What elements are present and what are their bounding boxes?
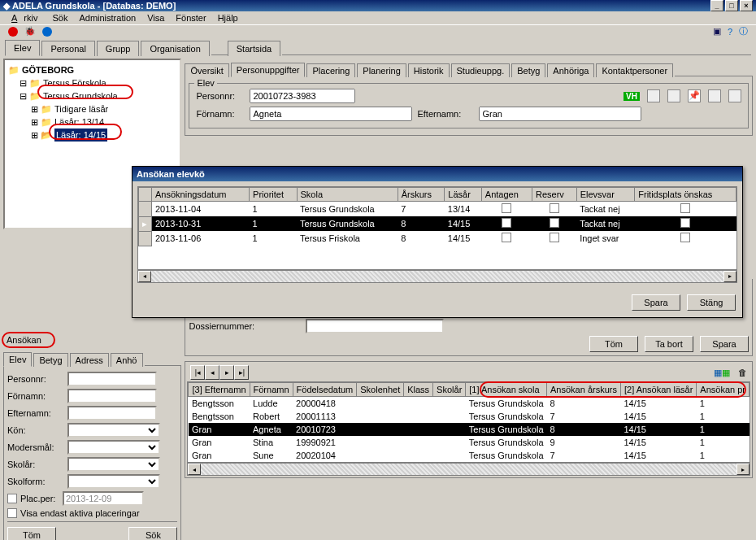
- scroll-left-icon[interactable]: ◂: [188, 464, 201, 475]
- col-alasar[interactable]: [2] Ansökan läsår: [620, 383, 696, 397]
- result-row[interactable]: GranAgneta20010723 Tersus Grundskola814/…: [189, 423, 749, 436]
- col-aarskurs[interactable]: Ansökan årskurs: [547, 383, 621, 397]
- col-aprio[interactable]: Ansökan pr: [697, 383, 749, 397]
- inp-personnr[interactable]: [67, 372, 157, 386]
- mid-tabort[interactable]: Ta bort: [645, 336, 693, 352]
- nav-prev[interactable]: ◂: [205, 365, 219, 380]
- dialog-row[interactable]: 2013-11-061Tersus Friskola814/15 Inget s…: [139, 231, 736, 246]
- sel-modersmal[interactable]: [67, 440, 160, 455]
- tab-grupp[interactable]: Grupp: [97, 41, 140, 56]
- dcol-reserv[interactable]: Reserv: [532, 188, 577, 202]
- db-icon[interactable]: ▣: [713, 26, 721, 37]
- nav-next[interactable]: ▸: [219, 365, 234, 380]
- dlg-scroll-right-icon[interactable]: ▸: [723, 271, 736, 282]
- tree-tidigare[interactable]: Tidigare läsår: [54, 102, 108, 115]
- ansokan-dialog[interactable]: Ansökan elevkö Ansökningsdatum Prioritet…: [132, 166, 743, 318]
- tab-personal[interactable]: Personal: [41, 41, 94, 56]
- scroll-right-icon[interactable]: ▸: [736, 464, 749, 475]
- tree-1314[interactable]: Läsår: 13/14: [54, 115, 104, 128]
- menu-hjalp[interactable]: Hjälp: [215, 11, 241, 24]
- inp-e-personnr[interactable]: [250, 89, 355, 103]
- titlebar[interactable]: ◆ ADELA Grundskola - [Databas: DEMO] _ □…: [0, 0, 756, 11]
- result-row[interactable]: BengtssonLudde20000418 Tersus Grundskola…: [189, 397, 749, 411]
- about-icon[interactable]: ⓘ: [739, 25, 748, 37]
- flag-2[interactable]: [667, 89, 680, 102]
- menu-admin[interactable]: Administration: [76, 11, 139, 24]
- col-fodelse[interactable]: Födelsedatum: [293, 383, 357, 397]
- mid-tom[interactable]: Töm: [589, 336, 638, 352]
- col-skolenhet[interactable]: Skolenhet: [357, 383, 404, 397]
- dcol-antagen[interactable]: Antagen: [481, 188, 532, 202]
- dtab-anhoriga[interactable]: Anhöriga: [547, 63, 594, 77]
- dcol-skola[interactable]: Skola: [297, 188, 398, 202]
- inp-fornamn[interactable]: [67, 389, 157, 403]
- dcol-datum[interactable]: Ansökningsdatum: [152, 188, 250, 202]
- help-icon[interactable]: ?: [728, 27, 732, 37]
- tree-forskola[interactable]: Tersus Förskola: [43, 76, 106, 89]
- minimize-btn[interactable]: _: [710, 0, 723, 11]
- subtab-elev[interactable]: Elev: [3, 352, 32, 367]
- dtab-planering[interactable]: Planering: [357, 63, 406, 77]
- dlg-scroll-left-icon[interactable]: ◂: [138, 271, 151, 282]
- dcol-arskurs[interactable]: Årskurs: [398, 188, 445, 202]
- bug-icon[interactable]: 🐞: [24, 26, 36, 37]
- dtab-studieuppg[interactable]: Studieuppg.: [451, 63, 511, 77]
- nav-last[interactable]: ▸|: [234, 365, 249, 380]
- dtab-oversikt[interactable]: Översikt: [185, 63, 228, 77]
- result-row[interactable]: GranSune20020104 Tersus Grundskola714/15…: [189, 449, 749, 462]
- info-icon[interactable]: [42, 27, 52, 37]
- record-icon[interactable]: [8, 27, 18, 37]
- tab-organisation[interactable]: Organisation: [141, 41, 209, 56]
- col-fornamn[interactable]: Förnamn: [250, 383, 293, 397]
- tool-delete[interactable]: 🗑: [738, 368, 747, 377]
- tool-blue[interactable]: ▦: [714, 368, 722, 378]
- dialog-hscroll[interactable]: ◂▸: [137, 270, 737, 283]
- dialog-grid[interactable]: Ansökningsdatum Prioritet Skola Årskurs …: [137, 186, 737, 270]
- col-skolar[interactable]: Skolår: [433, 383, 466, 397]
- tab-elev[interactable]: Elev: [5, 40, 40, 56]
- dialog-row[interactable]: 2013-11-041Tersus Grundskola713/14 Tacka…: [139, 202, 736, 217]
- subtab-adress[interactable]: Adress: [70, 353, 109, 367]
- chk-aktiva[interactable]: [7, 508, 17, 518]
- tree-1415[interactable]: Läsår: 14/15: [54, 128, 107, 142]
- tool-green[interactable]: ▦: [722, 368, 730, 378]
- maximize-btn[interactable]: □: [725, 0, 738, 11]
- dtab-betyg[interactable]: Betyg: [511, 63, 545, 77]
- inp-efternamn[interactable]: [67, 406, 157, 420]
- sel-kon[interactable]: [67, 423, 160, 438]
- subtab-betyg[interactable]: Betyg: [33, 353, 67, 367]
- dcol-elevsvar[interactable]: Elevsvar: [576, 188, 635, 202]
- col-klass[interactable]: Klass: [404, 383, 433, 397]
- dtab-historik[interactable]: Historik: [408, 63, 450, 77]
- inp-e-fornamn[interactable]: [250, 107, 412, 121]
- inp-dossier[interactable]: [306, 319, 444, 333]
- dlg-spara[interactable]: Spara: [632, 294, 680, 311]
- flag-1[interactable]: [647, 89, 660, 102]
- col-askola[interactable]: [1] Ansökan skola: [466, 383, 547, 397]
- dtab-placering[interactable]: Placering: [306, 63, 355, 77]
- chk-placper[interactable]: [7, 494, 17, 503]
- result-row[interactable]: BengtssonRobert20001113 Tersus Grundskol…: [189, 410, 749, 423]
- result-hscroll[interactable]: ◂▸: [187, 463, 750, 476]
- flag-3[interactable]: [708, 89, 721, 102]
- dcol-fritid[interactable]: Fritidsplats önskas: [635, 188, 736, 202]
- menu-arkiv[interactable]: Arkiv: [5, 11, 44, 24]
- result-grid[interactable]: [3] Efternamn Förnamn Födelsedatum Skole…: [187, 381, 750, 463]
- inp-e-efternamn[interactable]: [479, 107, 641, 121]
- dlg-stang[interactable]: Stäng: [687, 294, 736, 311]
- tab-startsida[interactable]: Startsida: [228, 41, 280, 56]
- sel-skolform[interactable]: [67, 474, 160, 489]
- dcol-prio[interactable]: Prioritet: [250, 188, 297, 202]
- dtab-personuppgifter[interactable]: Personuppgifter: [231, 63, 306, 77]
- mid-spara[interactable]: Spara: [700, 336, 749, 352]
- flag-4[interactable]: [728, 89, 741, 102]
- tree-grundskola[interactable]: Tersus Grundskola: [43, 89, 118, 102]
- close-btn[interactable]: ×: [740, 0, 753, 11]
- menu-fonster[interactable]: Fönster: [172, 11, 209, 24]
- menu-visa[interactable]: Visa: [144, 11, 167, 24]
- nav-first[interactable]: |◂: [190, 365, 205, 380]
- sel-skolar[interactable]: [67, 457, 160, 472]
- pins-icon[interactable]: 📌: [688, 89, 701, 102]
- dcol-lasar[interactable]: Läsår: [445, 188, 481, 202]
- menu-sok[interactable]: Sök: [49, 11, 71, 24]
